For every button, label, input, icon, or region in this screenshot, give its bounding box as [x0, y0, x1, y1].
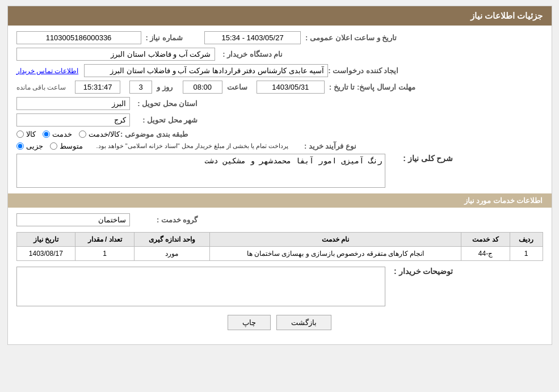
tarikh-mohlet-value: 1403/05/31: [257, 81, 325, 94]
col-kod: کد خدمت: [461, 233, 510, 247]
nooe-description: پرداخت تمام یا بخشی از مبلغ خریدار محل "…: [96, 142, 289, 150]
tozihat-row: توضیحات خریدار :: [16, 267, 543, 306]
radio-khedmat[interactable]: [43, 130, 50, 138]
section2-title: اطلاعات خدمات مورد نیاز: [464, 196, 543, 205]
shahr-value: کرج: [16, 113, 130, 127]
tabaqe-row: طبقه بندی موضوعی : کالا/خدمت خدمت کالا: [16, 130, 543, 138]
shahr-row: شهر محل تحویل : کرج: [16, 113, 543, 127]
radio-kala-item: کالا: [16, 130, 36, 138]
gorooh-row: گروه خدمت : ساختمان: [16, 213, 543, 226]
sharh-label: شرح کلی نیاز :: [385, 154, 453, 163]
radio-jozi[interactable]: [16, 142, 24, 150]
cell-tarikh: 1403/08/17: [16, 247, 75, 261]
ostan-row: استان محل تحویل : البرز: [16, 97, 543, 110]
tarikh-value: 1403/05/27 - 15:34: [204, 31, 301, 44]
col-tarikh: تاریخ نیاز: [16, 233, 75, 247]
bagi-label: ساعت باقی مانده: [16, 83, 66, 91]
tabaqe-radio-group: کالا/خدمت خدمت کالا: [16, 130, 120, 138]
shmare-label: شماره نیاز :: [146, 33, 183, 42]
col-vahed: واحد اندازه گیری: [134, 233, 209, 247]
sharh-row: شرح کلی نیاز : <span data-bind="fields.s…: [16, 154, 543, 188]
shahr-label: شهر محل تحویل :: [130, 116, 198, 124]
radio-kala-label: کالا: [26, 130, 36, 138]
radio-kala-khedmat-label: کالا/خدمت: [89, 130, 120, 138]
nam-dastgah-row: نام دستگاه خریدار : شرکت آب و فاضلاب است…: [16, 48, 543, 61]
page-title: جزئیات اطلاعات نیاز: [470, 11, 543, 20]
radio-kala[interactable]: [16, 130, 24, 138]
rooz-value: 3: [129, 81, 152, 94]
cell-tedad: 1: [75, 247, 135, 261]
tozihat-label: توضیحات خریدار :: [385, 267, 453, 276]
main-container: جزئیات اطلاعات نیاز تاریخ و ساعت اعلان ع…: [7, 6, 552, 345]
content-area: تاریخ و ساعت اعلان عمومی : 1403/05/27 - …: [8, 26, 552, 344]
sharh-textarea[interactable]: <span data-bind="fields.sharh_value"></s…: [16, 154, 385, 188]
col-radif: ردیف: [510, 233, 543, 247]
radio-jozi-label: جزیی: [26, 142, 43, 150]
page-header: جزئیات اطلاعات نیاز: [8, 6, 552, 26]
nooe-content: پرداخت تمام یا بخشی از مبلغ خریدار محل "…: [16, 142, 289, 150]
shmare-value: 1103005186000336: [16, 31, 141, 44]
ostan-value: البرز: [16, 97, 130, 110]
radio-khedmat-label: خدمت: [52, 130, 72, 138]
radio-motevaset-label: متوسط: [60, 142, 83, 150]
nooe-radio-group: پرداخت تمام یا بخشی از مبلغ خریدار محل "…: [16, 142, 289, 150]
table-header-row: ردیف کد خدمت نام خدمت واحد اندازه گیری ت…: [16, 233, 543, 247]
tabaqe-label: طبقه بندی موضوعی :: [120, 130, 188, 138]
col-nam: نام خدمت: [209, 233, 461, 247]
saat-label: ساعت: [227, 83, 247, 91]
cell-radif: 1: [510, 247, 543, 261]
button-row: بازگشت چاپ: [16, 315, 543, 330]
radio-kala-khedmat[interactable]: [79, 130, 86, 138]
gorooh-value: ساختمان: [16, 213, 130, 226]
col-tedad: تعداد / مقدار: [75, 233, 135, 247]
print-button[interactable]: چاپ: [228, 315, 271, 330]
radio-khedmat-item: خدمت: [43, 130, 72, 138]
tozihat-textarea[interactable]: [16, 267, 385, 306]
radio-motevaset[interactable]: [50, 142, 57, 150]
mohlet-row: مهلت ارسال پاسخ: تا تاریخ : 1403/05/31 س…: [16, 81, 543, 94]
nooe-row: نوع فرآیند خرید : پرداخت تمام یا بخشی از…: [16, 142, 543, 150]
cell-nam: انجام کارهای متفرقه درخصوص بازسازی و بهس…: [209, 247, 461, 261]
ijad-label: ایجاد کننده درخواست :: [328, 66, 398, 75]
service-table: ردیف کد خدمت نام خدمت واحد اندازه گیری ت…: [16, 232, 543, 261]
radio-kala-khedmat-item: کالا/خدمت: [79, 130, 120, 138]
etelaaat-link[interactable]: اطلاعات تماس خریدار: [16, 67, 79, 75]
ostan-label: استان محل تحویل :: [130, 99, 198, 108]
nam-dastgah-label: نام دستگاه خریدار :: [215, 50, 283, 58]
gorooh-label: گروه خدمت :: [130, 216, 198, 224]
table-row: 1ج-44انجام کارهای متفرقه درخصوص بازسازی …: [16, 247, 543, 261]
shmare-group: شماره نیاز : 1103005186000336: [16, 31, 188, 44]
nam-dastgah-value: شرکت آب و فاضلاب استان البرز: [16, 48, 215, 61]
tarikh-label: تاریخ و ساعت اعلان عمومی :: [305, 33, 397, 42]
section2-header: اطلاعات خدمات مورد نیاز: [8, 193, 552, 208]
saat2-value: 15:31:47: [75, 81, 120, 94]
back-button[interactable]: بازگشت: [276, 315, 331, 330]
cell-vahed: مورد: [134, 247, 209, 261]
saat-value: 08:00: [183, 81, 222, 94]
mohlet-label: مهلت ارسال پاسخ: تا تاریخ :: [329, 83, 415, 91]
ijad-value: آسیه عابدی کارشناس دفتر قراردادها شرکت آ…: [84, 64, 328, 77]
rooz-label: روز و: [157, 83, 173, 91]
nooe-label: نوع فرآیند خرید :: [288, 142, 356, 150]
tarikh-group: تاریخ و ساعت اعلان عمومی : 1403/05/27 - …: [204, 31, 401, 44]
radio-jozi-item: جزیی: [16, 142, 43, 150]
cell-kod: ج-44: [461, 247, 510, 261]
radio-motevaset-item: متوسط: [50, 142, 83, 150]
ijad-row: ایجاد کننده درخواست : آسیه عابدی کارشناس…: [16, 64, 543, 77]
shmare-tarikh-row: تاریخ و ساعت اعلان عمومی : 1403/05/27 - …: [16, 31, 543, 44]
